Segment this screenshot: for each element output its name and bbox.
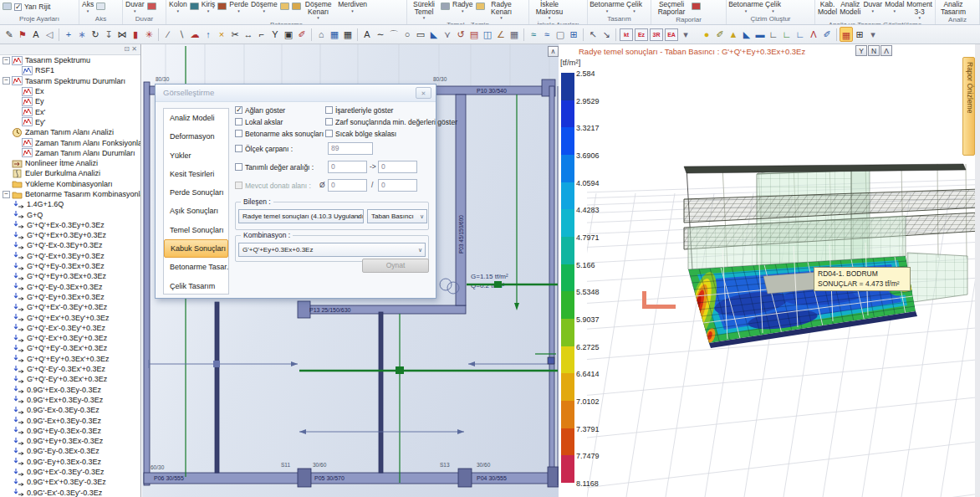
ribbon-button-i-skele-makrosu[interactable]: İskele Makrosu▾ (532, 1, 567, 20)
tree-item[interactable]: 0.9G'+Ex+0.3Ey-0.3Ez (0, 395, 140, 405)
viewer-header-button-0[interactable]: Y (855, 45, 867, 56)
corner-icon[interactable]: ⌐ (255, 27, 268, 42)
mesh-icon[interactable]: ▦ (508, 27, 521, 42)
spiral-icon[interactable]: ↺ (454, 27, 467, 42)
funnel-icon[interactable] (190, 3, 199, 10)
ribbon-button-se-meli-raporlar[interactable]: Seçmeli Raporlar (654, 1, 689, 15)
olive-pen-icon[interactable]: ✐ (713, 27, 727, 42)
node-icon[interactable]: ∗ (75, 27, 89, 42)
tree-item[interactable]: G'+Q'-Ey+0.3Ex+0.3Ez (0, 292, 140, 302)
ribbon-button-s-rekli-temel[interactable]: Sürekli Temel▾ (410, 1, 438, 20)
render-icon[interactable]: ▦ (840, 27, 853, 42)
folder2-icon[interactable] (292, 3, 301, 10)
circle-icon[interactable]: ○ (401, 27, 414, 42)
page-icon[interactable]: ▢ (554, 27, 567, 42)
scale-factor-checkbox[interactable]: Ölçek çarpanı : (235, 145, 293, 153)
ribbon-button-duvar[interactable]: Duvar▾ (125, 1, 145, 13)
tree-item[interactable]: Zaman Tanım Alanı Durumları (0, 148, 140, 158)
import-icon[interactable]: ↖ (586, 27, 600, 42)
ribbon-button-kiri-[interactable]: Kiriş▾ (202, 1, 216, 13)
tree-item[interactable]: 0.9G'-Ey-0.3Ex-0.3Ez (0, 446, 140, 456)
tree-item[interactable]: 0.9G'+Ex-0.3Ey-0.3Ez (0, 385, 140, 395)
trim-icon[interactable]: ∕ (161, 27, 175, 42)
ribbon-button-radye-kenar-[interactable]: Radye Kenarı▾ (487, 1, 516, 20)
layer-ez-icon[interactable]: Ez (635, 28, 648, 41)
frame-edit-icon[interactable]: ▣ (282, 27, 295, 42)
tree-item[interactable]: Ex (0, 86, 140, 96)
tree-item[interactable]: G'+Q'+Ey+0.3Ex+0.3Ez (0, 271, 140, 281)
text-icon[interactable]: A (29, 27, 43, 42)
mirror-icon[interactable]: ⋈ (115, 27, 129, 42)
tree-item[interactable]: Ex' (0, 106, 140, 116)
range-min-input[interactable]: 0 (328, 161, 367, 173)
report-icon[interactable] (692, 3, 701, 10)
overflow-icon[interactable]: ▾ (679, 27, 692, 42)
ribbon-button-aks[interactable]: Aks▾ (82, 1, 94, 13)
break-icon[interactable]: ✂ (228, 27, 242, 42)
report-preview-tab[interactable]: Rapor Önizleme (962, 57, 975, 156)
ribbon-button-duvar[interactable]: Duvar▾ (863, 1, 882, 13)
close-icon[interactable]: ✕ (131, 45, 137, 53)
tree-item[interactable]: 0.9G'+Ex'+0.3Ey'-0.3Ez (0, 477, 140, 487)
peak-icon[interactable]: Λ (807, 27, 820, 42)
checkbox-r-2[interactable]: Sıcak bölge skalası (325, 130, 396, 138)
column-icon[interactable]: ▮ (129, 27, 142, 42)
tree-item[interactable]: G'+Q'+Ex-0.3Ey+0.3Ez (0, 220, 140, 230)
text2-icon[interactable]: A (360, 27, 374, 42)
red-pen-icon[interactable]: ✐ (295, 27, 309, 42)
range-max-input[interactable]: 0 (378, 161, 417, 173)
folder-icon[interactable] (280, 3, 289, 10)
tree-item[interactable]: G'+Q'+Ex+0.3Ey+0.3Ez (0, 230, 140, 240)
checkbox-1[interactable]: Lokal akslar (235, 118, 283, 126)
layer-kt-icon[interactable]: kt (620, 28, 633, 41)
ribbon-button--elik[interactable]: Çelik▾ (626, 1, 642, 13)
tree-item[interactable]: Euler Burkulma Analizi (0, 168, 140, 178)
tree-item[interactable]: G'+Q'-Ex'+0.3Ey'+0.3Ez (0, 333, 140, 343)
tree-item[interactable]: 1.4G+1.6Q (0, 199, 140, 209)
triangle-icon[interactable]: ◣ (427, 27, 441, 42)
tree-item[interactable]: G'+Q'+Ey-0.3Ex+0.3Ez (0, 261, 140, 271)
panel-icon[interactable]: ◫ (481, 27, 494, 42)
ribbon-button-kolon[interactable]: Kolon▾ (169, 1, 187, 13)
rect-icon[interactable]: ▭ (414, 27, 427, 42)
tree-item[interactable]: Ey' (0, 117, 140, 127)
folder-icon[interactable] (476, 3, 485, 10)
pin-icon[interactable]: ⊡ (124, 45, 130, 53)
foundation-icon[interactable] (441, 3, 450, 10)
tree-item[interactable]: Nonlineer İtme Analizi (0, 158, 140, 168)
tree-item[interactable]: G'+Q'-Ex+0.3Ey+0.3Ez (0, 251, 140, 261)
offset-icon[interactable]: ↧ (102, 27, 115, 42)
checkbox-r-0[interactable]: İşaretleriyle göster (325, 106, 393, 115)
rebar-spacing-input[interactable]: 0 (378, 179, 417, 192)
spline-icon[interactable]: ∼ (374, 27, 387, 42)
tree-item[interactable]: G+Q (0, 209, 140, 219)
ribbon-button-radye[interactable]: Radye▾ (452, 1, 473, 13)
rebar-dia-input[interactable]: 0 (328, 179, 367, 192)
layer-ea-icon[interactable]: EA (665, 28, 678, 41)
tree-item[interactable]: Zaman Tanım Alanı Analizi (0, 127, 140, 137)
checkbox-2[interactable]: Betonarme aks sonuçları (235, 130, 324, 138)
raise-icon[interactable]: ↑ (202, 27, 215, 42)
ribbon-button-moment-3-3[interactable]: Moment 3-3▾ (906, 1, 932, 20)
arc-icon[interactable]: ⌒ (387, 27, 401, 42)
tree-item[interactable]: Ey (0, 96, 140, 106)
light-icon[interactable]: ● (700, 27, 713, 42)
tree-item[interactable]: G'+Q'-Ex-0.3Ey+0.3Ez (0, 240, 140, 250)
tree-item[interactable]: G'+Q'-Ey-0.3Ex+0.3Ez (0, 282, 140, 292)
blue-pen-icon[interactable]: ✐ (820, 27, 834, 42)
tree-item[interactable]: 0.9G'-Ex-0.3Ey-0.3Ez (0, 405, 140, 415)
yari-rijit-checkbox[interactable]: Yarı Rijit (14, 3, 51, 11)
ribbon-button-d-eme-kenar-[interactable]: Döşeme Kenarı▾ (304, 1, 334, 20)
panel-collapse-button[interactable]: ∧ (548, 46, 559, 57)
wave-icon[interactable]: ≈ (527, 27, 540, 42)
wall-icon[interactable] (147, 3, 156, 10)
component-dropdown[interactable]: Radye temel sonuçları (4.10.3 Uygulandı) (238, 209, 364, 223)
tree-item[interactable]: G'+Q'+Ey'-0.3Ex'+0.3Ez (0, 343, 140, 353)
tree-item[interactable]: 0.9G'+Ex'-0.3Ey'-0.3Ez (0, 467, 140, 477)
component-type-dropdown[interactable]: Taban Basıncı (367, 209, 427, 223)
tree-item[interactable]: G'+Q'+Ey'+0.3Ex'+0.3Ez (0, 354, 140, 364)
tree-item[interactable]: G'+Q'-Ey'-0.3Ex'+0.3Ez (0, 364, 140, 374)
tree-item[interactable]: −Tasarım Spektrumu Durumları (0, 76, 140, 86)
stretch-icon[interactable]: ↔ (242, 27, 255, 42)
chart-l1-icon[interactable]: ∟ (767, 27, 780, 42)
